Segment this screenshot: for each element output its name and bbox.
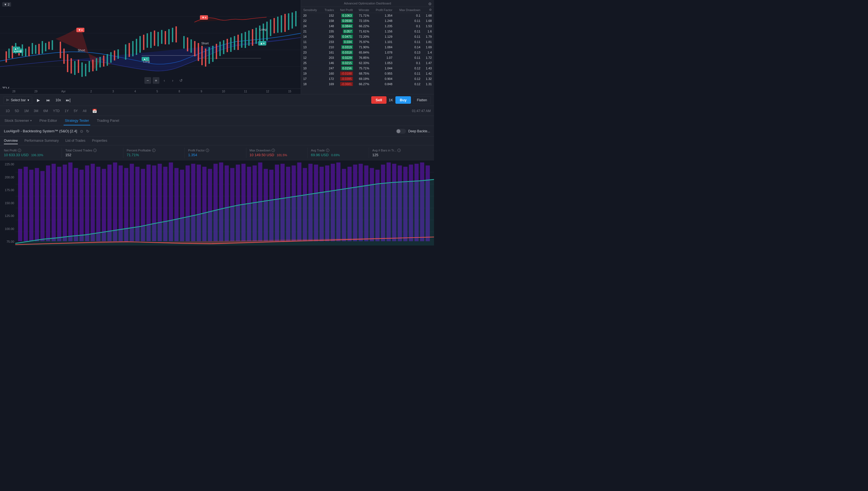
tf-all[interactable]: All [81, 108, 88, 114]
opt-table-row[interactable]: 11 233 0.034 75.97% 1.101 0.11 1.81 [301, 39, 434, 45]
tf-1m[interactable]: 1M [22, 108, 31, 114]
svg-rect-56 [194, 41, 195, 56]
overview-tab-properties[interactable]: Properties [92, 138, 107, 144]
tab-pine-editor[interactable]: Pine Editor [38, 116, 58, 125]
select-bar-button[interactable]: ⊢ Select bar ▾ [3, 96, 32, 104]
svg-rect-70 [245, 32, 246, 48]
tf-1y[interactable]: 1Y [62, 108, 71, 114]
col-winrate: Winrate [355, 7, 372, 13]
play-button[interactable]: ▶ [34, 96, 42, 104]
tf-3m[interactable]: 3M [31, 108, 40, 114]
opt-table-row[interactable]: 23 161 0.0318 65.84% 1.078 0.13 1.4 [301, 50, 434, 55]
opt-table-row[interactable]: 21 155 0.057 71.61% 1.156 0.11 1.6 [301, 29, 434, 34]
info-icon-pf[interactable]: i [206, 149, 209, 152]
metric-net-profit-pct: 106.33% [31, 153, 43, 157]
strategy-refresh-icon[interactable]: ↻ [86, 129, 89, 134]
tab-pine-editor-label: Pine Editor [39, 118, 57, 123]
overview-tab-trades[interactable]: List of Trades [65, 138, 85, 144]
chart-arrow-up1[interactable]: ▲+ [12, 47, 20, 51]
opt-profitfactor-3: 1.156 [372, 29, 395, 34]
end-button[interactable]: ⏭| [64, 96, 72, 104]
svg-rect-51 [172, 28, 173, 42]
opt-winrate-10: 75.71% [355, 66, 372, 71]
opt-settings-icon[interactable]: ⚙ [428, 2, 432, 6]
toolbar-left: ⊢ Select bar ▾ ▶ ⏭ 10x ⏭| [3, 96, 72, 104]
overview-tabs: Overview Performance Summary List of Tra… [0, 137, 434, 145]
metric-dd-values: 10 149.50 USD 101.5% [250, 153, 304, 157]
opt-netprofit-12: -0.0395 [336, 76, 355, 82]
opt-table-row[interactable]: 18 169 -0.0681 66.27% 0.848 0.12 1.31 [301, 82, 434, 87]
zoom-in-button[interactable]: + [153, 77, 159, 84]
playback-toolbar: ⊢ Select bar ▾ ▶ ⏭ 10x ⏭| Sell 1K Buy Fl… [0, 94, 434, 106]
buy-button[interactable]: Buy [396, 96, 411, 104]
overview-tab-overview[interactable]: Overview [4, 138, 18, 144]
info-icon-ab[interactable]: i [397, 149, 401, 152]
flatten-button[interactable]: Flatten [413, 96, 431, 104]
svg-rect-92 [24, 167, 28, 241]
info-icon-np[interactable]: i [18, 149, 21, 152]
tf-6m[interactable]: 6M [41, 108, 50, 114]
tab-strategy-tester[interactable]: Strategy Tester [63, 116, 90, 125]
svg-rect-23 [67, 54, 68, 72]
svg-rect-21 [60, 41, 61, 58]
info-icon-ct[interactable]: i [93, 149, 97, 152]
chart-text-short1: Short [78, 49, 85, 52]
strategy-settings-icon[interactable]: ⊙ [80, 129, 83, 134]
svg-rect-25 [74, 61, 76, 75]
svg-rect-13 [28, 47, 30, 56]
opt-netprofit-5: 0.034 [336, 39, 355, 45]
tab-strategy-tester-label: Strategy Tester [65, 118, 89, 123]
opt-netprofit-7: 0.0318 [336, 50, 355, 55]
zoom-out-button[interactable]: − [144, 77, 151, 84]
opt-table-row[interactable]: 14 205 0.0471 72.20% 1.129 0.11 1.79 [301, 34, 434, 39]
svg-rect-102 [79, 170, 84, 241]
opt-table-row[interactable]: 24 148 0.0844 66.22% 1.235 0.1 1.53 [301, 24, 434, 29]
opt-table-row[interactable]: 22 158 0.0938 72.15% 1.248 0.11 1.68 [301, 18, 434, 24]
metric-avg-bars: Avg # Bars in Tr... i 125 [369, 148, 430, 158]
opt-table-row[interactable]: 20 152 0.1063 71.71% 1.354 0.1 1.68 [301, 13, 434, 18]
scroll-left-button[interactable]: ‹ [161, 77, 168, 84]
step-button[interactable]: ⏭ [45, 96, 52, 104]
svg-rect-107 [107, 165, 112, 241]
tf-5y[interactable]: 5Y [71, 108, 80, 114]
chart-arrow-up3[interactable]: ▲+ [258, 41, 266, 46]
deep-backtest-toggle[interactable]: Deep Backte... [396, 129, 430, 134]
info-icon-pp[interactable]: i [152, 149, 156, 152]
info-icon-dd[interactable]: i [272, 149, 275, 152]
info-icon-at[interactable]: i [326, 149, 329, 152]
opt-maxdrawdown-6: 0.14 [395, 45, 423, 50]
opt-table-row[interactable]: 25 146 0.0215 62.33% 1.053 0.1 1.47 [301, 60, 434, 66]
toggle-switch[interactable] [396, 129, 406, 134]
opt-table-row[interactable]: 19 160 -0.0188 68.75% 0.955 0.11 1.42 [301, 71, 434, 76]
svg-rect-55 [190, 39, 192, 53]
reset-button[interactable]: ↺ [178, 77, 184, 84]
opt-table-row[interactable]: 10 247 0.0156 75.71% 1.044 0.12 1.43 [301, 66, 434, 71]
metric-pf-label: Profit Factor i [188, 149, 242, 152]
tf-1d[interactable]: 1D [3, 108, 12, 114]
calendar-icon[interactable]: 📅 [92, 108, 97, 114]
tab-stock-screener[interactable]: Stock Screener ▾ [3, 116, 33, 125]
svg-rect-108 [113, 163, 117, 241]
opt-extra-11: 1.42 [423, 71, 434, 76]
overview-tab-performance[interactable]: Performance Summary [24, 138, 59, 144]
svg-rect-75 [263, 24, 264, 41]
opt-table-row[interactable]: 17 172 -0.0395 69.19% 0.904 0.12 1.32 [301, 76, 434, 82]
opt-winrate-13: 66.27% [355, 82, 372, 87]
tf-5d[interactable]: 5D [12, 108, 21, 114]
opt-netprofit-0: 0.1063 [336, 13, 355, 18]
opt-table-row[interactable]: 13 210 0.0319 71.90% 1.084 0.14 1.69 [301, 45, 434, 50]
tf-ytd[interactable]: YTD [51, 108, 62, 114]
opt-table-row[interactable]: 12 203 0.0229 76.85% 1.07 0.11 1.72 [301, 55, 434, 60]
svg-rect-43 [143, 35, 144, 50]
svg-rect-76 [266, 22, 268, 40]
opt-trades-1: 158 [321, 18, 336, 24]
opt-maxdrawdown-7: 0.13 [395, 50, 423, 55]
opt-profitfactor-12: 0.904 [372, 76, 395, 82]
tab-trading-panel[interactable]: Trading Panel [96, 116, 120, 125]
sell-button[interactable]: Sell [371, 96, 386, 104]
svg-rect-37 [117, 49, 119, 59]
scroll-right-button[interactable]: › [169, 77, 176, 84]
toolbar-right: Sell 1K Buy Flatten [371, 96, 431, 104]
svg-rect-22 [63, 49, 65, 64]
svg-rect-40 [132, 41, 134, 56]
